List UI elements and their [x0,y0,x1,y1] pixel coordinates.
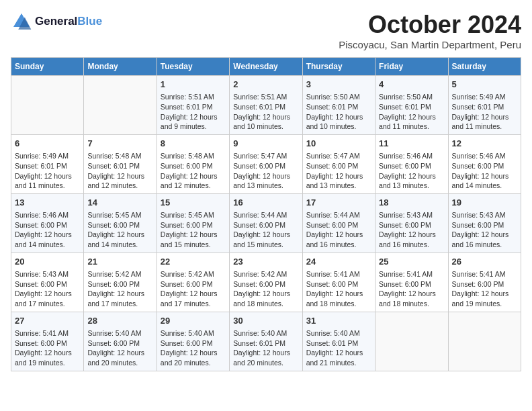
day-number: 21 [87,256,152,268]
day-info: Sunrise: 5:46 AM Sunset: 6:00 PM Dayligh… [379,151,444,191]
day-header: Saturday [448,58,521,76]
day-info: Sunrise: 5:50 AM Sunset: 6:01 PM Dayligh… [306,92,371,132]
day-info: Sunrise: 5:41 AM Sunset: 6:00 PM Dayligh… [15,328,80,368]
day-number: 15 [161,197,226,209]
day-number: 22 [161,256,226,268]
day-info: Sunrise: 5:49 AM Sunset: 6:01 PM Dayligh… [452,92,517,132]
calendar-cell [11,76,84,135]
calendar-cell: 2Sunrise: 5:51 AM Sunset: 6:01 PM Daylig… [230,76,302,135]
calendar-cell: 9Sunrise: 5:47 AM Sunset: 6:00 PM Daylig… [230,134,302,193]
day-info: Sunrise: 5:48 AM Sunset: 6:00 PM Dayligh… [161,151,226,191]
day-number: 19 [452,197,517,209]
day-info: Sunrise: 5:47 AM Sunset: 6:00 PM Dayligh… [233,151,298,191]
day-number: 18 [379,197,444,209]
day-info: Sunrise: 5:41 AM Sunset: 6:00 PM Dayligh… [379,269,444,309]
calendar-cell: 22Sunrise: 5:42 AM Sunset: 6:00 PM Dayli… [157,253,229,312]
calendar-body: 1Sunrise: 5:51 AM Sunset: 6:01 PM Daylig… [11,76,521,371]
calendar-cell: 18Sunrise: 5:43 AM Sunset: 6:00 PM Dayli… [375,193,448,253]
day-number: 10 [306,138,371,150]
day-info: Sunrise: 5:45 AM Sunset: 6:00 PM Dayligh… [161,210,226,250]
day-header: Friday [375,58,448,76]
calendar-cell: 19Sunrise: 5:43 AM Sunset: 6:00 PM Dayli… [448,193,521,253]
day-number: 17 [306,197,371,209]
calendar-cell: 7Sunrise: 5:48 AM Sunset: 6:01 PM Daylig… [84,134,157,193]
day-number: 31 [306,315,371,327]
calendar-cell [448,312,521,371]
calendar-cell: 12Sunrise: 5:46 AM Sunset: 6:00 PM Dayli… [448,134,521,193]
calendar-cell: 14Sunrise: 5:45 AM Sunset: 6:00 PM Dayli… [84,193,157,253]
calendar-cell: 28Sunrise: 5:40 AM Sunset: 6:00 PM Dayli… [84,312,157,371]
day-number: 4 [379,79,444,91]
calendar-cell: 3Sunrise: 5:50 AM Sunset: 6:01 PM Daylig… [302,76,375,135]
day-number: 16 [233,197,298,209]
day-info: Sunrise: 5:43 AM Sunset: 6:00 PM Dayligh… [15,269,80,309]
day-number: 14 [87,197,152,209]
day-header: Sunday [11,58,84,76]
logo-text: GeneralBlue [35,15,102,28]
calendar-cell: 27Sunrise: 5:41 AM Sunset: 6:00 PM Dayli… [11,312,84,371]
day-info: Sunrise: 5:50 AM Sunset: 6:01 PM Dayligh… [379,92,444,132]
calendar-cell: 16Sunrise: 5:44 AM Sunset: 6:00 PM Dayli… [230,193,302,253]
title-block: October 2024 Piscoyacu, San Martin Depar… [339,11,521,50]
location-subtitle: Piscoyacu, San Martin Department, Peru [339,39,521,50]
calendar-cell: 25Sunrise: 5:41 AM Sunset: 6:00 PM Dayli… [375,253,448,312]
calendar-cell: 5Sunrise: 5:49 AM Sunset: 6:01 PM Daylig… [448,76,521,135]
calendar-cell: 31Sunrise: 5:40 AM Sunset: 6:01 PM Dayli… [302,312,375,371]
calendar-cell: 13Sunrise: 5:46 AM Sunset: 6:00 PM Dayli… [11,193,84,253]
day-info: Sunrise: 5:44 AM Sunset: 6:00 PM Dayligh… [306,210,371,250]
calendar-cell: 30Sunrise: 5:40 AM Sunset: 6:01 PM Dayli… [230,312,302,371]
day-number: 13 [15,197,80,209]
day-number: 11 [379,138,444,150]
day-info: Sunrise: 5:43 AM Sunset: 6:00 PM Dayligh… [379,210,444,250]
day-number: 26 [452,256,517,268]
logo-icon [11,11,32,32]
day-info: Sunrise: 5:43 AM Sunset: 6:00 PM Dayligh… [452,210,517,250]
page-header: GeneralBlue October 2024 Piscoyacu, San … [11,11,521,50]
day-header: Tuesday [157,58,229,76]
day-number: 30 [233,315,298,327]
day-number: 28 [87,315,152,327]
day-info: Sunrise: 5:40 AM Sunset: 6:00 PM Dayligh… [161,328,226,368]
day-info: Sunrise: 5:41 AM Sunset: 6:00 PM Dayligh… [452,269,517,309]
calendar-cell: 17Sunrise: 5:44 AM Sunset: 6:00 PM Dayli… [302,193,375,253]
day-number: 29 [161,315,226,327]
day-number: 2 [233,79,298,91]
day-number: 24 [306,256,371,268]
day-info: Sunrise: 5:42 AM Sunset: 6:00 PM Dayligh… [161,269,226,309]
day-number: 7 [87,138,152,150]
calendar-week-row: 13Sunrise: 5:46 AM Sunset: 6:00 PM Dayli… [11,193,521,253]
day-info: Sunrise: 5:46 AM Sunset: 6:00 PM Dayligh… [15,210,80,250]
calendar-cell: 1Sunrise: 5:51 AM Sunset: 6:01 PM Daylig… [157,76,229,135]
calendar-cell: 21Sunrise: 5:42 AM Sunset: 6:00 PM Dayli… [84,253,157,312]
calendar-cell: 29Sunrise: 5:40 AM Sunset: 6:00 PM Dayli… [157,312,229,371]
day-info: Sunrise: 5:47 AM Sunset: 6:00 PM Dayligh… [306,151,371,191]
day-number: 5 [452,79,517,91]
day-number: 9 [233,138,298,150]
calendar-cell: 23Sunrise: 5:42 AM Sunset: 6:00 PM Dayli… [230,253,302,312]
day-info: Sunrise: 5:49 AM Sunset: 6:01 PM Dayligh… [15,151,80,191]
day-info: Sunrise: 5:48 AM Sunset: 6:01 PM Dayligh… [87,151,152,191]
day-number: 25 [379,256,444,268]
day-header: Monday [84,58,157,76]
day-info: Sunrise: 5:46 AM Sunset: 6:00 PM Dayligh… [452,151,517,191]
calendar-week-row: 20Sunrise: 5:43 AM Sunset: 6:00 PM Dayli… [11,253,521,312]
month-title: October 2024 [339,11,521,39]
day-number: 12 [452,138,517,150]
day-number: 23 [233,256,298,268]
calendar-cell: 15Sunrise: 5:45 AM Sunset: 6:00 PM Dayli… [157,193,229,253]
calendar-table: SundayMondayTuesdayWednesdayThursdayFrid… [11,57,521,371]
day-number: 20 [15,256,80,268]
day-number: 27 [15,315,80,327]
day-info: Sunrise: 5:42 AM Sunset: 6:00 PM Dayligh… [233,269,298,309]
calendar-cell: 10Sunrise: 5:47 AM Sunset: 6:00 PM Dayli… [302,134,375,193]
day-header: Wednesday [230,58,302,76]
logo: GeneralBlue [11,11,102,32]
calendar-cell: 11Sunrise: 5:46 AM Sunset: 6:00 PM Dayli… [375,134,448,193]
calendar-week-row: 1Sunrise: 5:51 AM Sunset: 6:01 PM Daylig… [11,76,521,135]
day-info: Sunrise: 5:41 AM Sunset: 6:00 PM Dayligh… [306,269,371,309]
day-header: Thursday [302,58,375,76]
day-info: Sunrise: 5:40 AM Sunset: 6:01 PM Dayligh… [306,328,371,368]
calendar-header-row: SundayMondayTuesdayWednesdayThursdayFrid… [11,58,521,76]
day-info: Sunrise: 5:45 AM Sunset: 6:00 PM Dayligh… [87,210,152,250]
calendar-cell: 26Sunrise: 5:41 AM Sunset: 6:00 PM Dayli… [448,253,521,312]
